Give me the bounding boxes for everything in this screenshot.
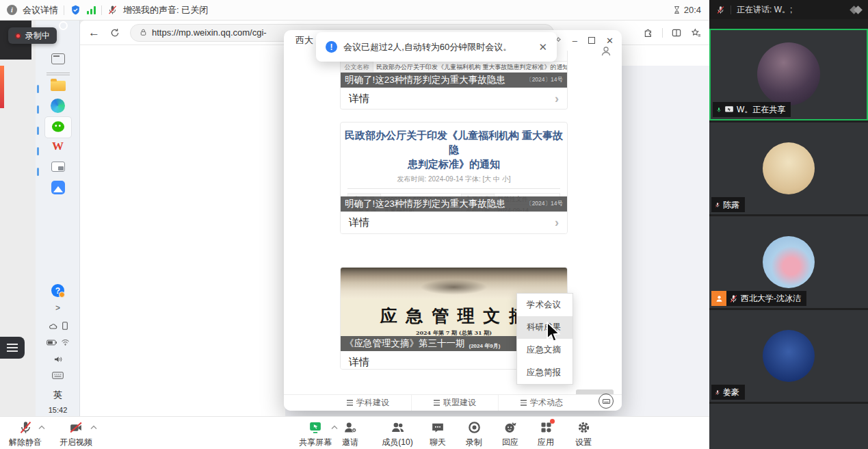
reaction-icon: [503, 420, 518, 435]
tray-battery-wifi-icons[interactable]: [36, 339, 80, 346]
speaking-status: 正在讲话: W。;: [737, 4, 792, 16]
ring-decoration: [59, 21, 68, 30]
invite-icon: [343, 420, 358, 435]
windows-taskbar: W ? > 英 15:42星期一2024/10/7: [36, 21, 80, 449]
list-icon: [521, 400, 527, 406]
record-icon: [467, 420, 482, 435]
mic-muted-icon: [107, 5, 118, 15]
article-card-notice[interactable]: 民政部办公厅关于印发《儿童福利机构 重大事故隐患判定标准》的通知 发布时间: 2…: [340, 122, 568, 234]
mic-muted-icon: [729, 294, 738, 303]
screen-share-icon: [308, 420, 323, 435]
wps-app-icon[interactable]: W: [36, 140, 80, 153]
image-caption-overlay: 明确了!这23种情形判定为重大事故隐患〔2024〕14号: [341, 196, 567, 211]
participant-tile[interactable]: 西北大学-沈冰洁: [709, 216, 868, 308]
participant-tile[interactable]: 纪元: [709, 404, 868, 449]
network-signal-icon: [87, 6, 96, 14]
participant-name-chip: 西北大学-沈冰洁: [711, 291, 806, 306]
split-screen-icon[interactable]: [671, 27, 682, 38]
voice-enhance-status[interactable]: 增强我的声音: 已关闭: [123, 4, 208, 16]
meeting-timer: 20:4: [672, 5, 702, 15]
lock-icon: [139, 28, 148, 37]
detail-link[interactable]: 详情›: [341, 211, 567, 233]
screen-share-icon: [724, 105, 734, 114]
mic-muted-icon: [18, 420, 33, 435]
background-window-edge: [0, 66, 4, 108]
mic-muted-icon: [711, 201, 720, 209]
participant-name-chip: 姜豪: [711, 385, 745, 400]
participant-tile[interactable]: 姜豪: [709, 310, 868, 402]
close-icon[interactable]: ✕: [606, 36, 614, 45]
chat-icon: [430, 420, 445, 435]
meeting-topbar: i 会议详情 增强我的声音: 已关闭 20:4: [0, 0, 709, 21]
settings-button[interactable]: 设置: [560, 420, 607, 448]
mic-muted-icon: [711, 388, 720, 397]
tab-academic-news[interactable]: 学术动态: [498, 395, 585, 411]
meeting-details-button[interactable]: 会议详情: [23, 4, 58, 16]
reload-icon[interactable]: [109, 27, 120, 38]
tray-keyboard-icon[interactable]: [36, 372, 80, 379]
task-view-icon[interactable]: [36, 53, 80, 64]
record-dot-icon: [15, 33, 21, 39]
info-icon: i: [7, 5, 17, 15]
wechat-app-icon[interactable]: [36, 116, 80, 138]
chevron-up-icon[interactable]: [90, 425, 97, 430]
divider: [731, 5, 731, 14]
keyboard-toggle-icon[interactable]: [599, 394, 614, 409]
logo-diamonds-icon: [851, 7, 861, 13]
divider: [64, 5, 64, 15]
info-icon: !: [326, 41, 337, 53]
tray-cloud-phone-icons[interactable]: [36, 322, 80, 330]
recording-label: 录制中: [25, 30, 50, 42]
notification-dot: [550, 419, 555, 424]
minimize-icon[interactable]: –: [573, 36, 577, 45]
tray-volume-icon[interactable]: [36, 355, 80, 363]
edge-browser-icon[interactable]: [36, 99, 80, 113]
account-person-icon[interactable]: [600, 45, 612, 57]
help-icon[interactable]: ?: [36, 284, 80, 297]
menu-item-emergency-brief[interactable]: 应急简报: [517, 361, 573, 384]
tab-discipline[interactable]: 学科建设: [325, 395, 411, 411]
divider: [101, 5, 102, 15]
menu-item-academic-meeting[interactable]: 学术会议: [517, 294, 573, 316]
participant-name-chip: W。正在共享: [713, 102, 791, 117]
invite-button[interactable]: 邀请: [326, 420, 374, 448]
back-icon[interactable]: ←: [88, 26, 100, 40]
tab-alliance[interactable]: 联盟建设: [411, 395, 498, 411]
chevron-right-icon: ›: [555, 92, 559, 106]
chevron-up-icon[interactable]: [38, 425, 45, 430]
divider: [347, 188, 560, 189]
camera-muted-icon: [68, 420, 83, 435]
mouse-cursor: [545, 322, 563, 344]
participant-tile[interactable]: 陈露: [709, 123, 868, 214]
article-window-tabbar: 学科建设 联盟建设 学术动态: [284, 394, 622, 411]
divider: [662, 28, 663, 38]
detail-link[interactable]: 详情›: [341, 88, 567, 110]
tray-expand-icon[interactable]: >: [36, 303, 80, 313]
meeting-toast: ! 会议已超过2人,自动转为60分钟限时会议。 ✕: [316, 32, 557, 62]
avatar: [763, 330, 815, 382]
article-meta: 发布时间: 2024-09-14 字体: [大 中 小]: [341, 175, 567, 184]
extensions-icon[interactable]: [643, 27, 654, 38]
cloud-drive-icon[interactable]: [36, 181, 80, 194]
maximize-icon[interactable]: [588, 37, 595, 44]
favorites-icon[interactable]: [690, 27, 701, 38]
participants-panel: 正在讲话: W。; W。正在共享 陈露 西北大学-沈冰洁: [709, 0, 868, 449]
taskbar-divider: [36, 73, 80, 75]
list-icon: [434, 400, 440, 406]
article-window-title: 西大: [295, 34, 313, 47]
participant-tile[interactable]: W。正在共享: [709, 29, 868, 120]
recording-indicator: 录制中: [8, 27, 57, 44]
sidebar-toggle-button[interactable]: [0, 337, 25, 359]
gov-table-row: 公文名称民政部办公厅关于印发《儿童福利机构 重大事故隐患判定标准》的通知: [341, 62, 567, 73]
close-icon[interactable]: ✕: [538, 41, 547, 53]
hourglass-icon: [672, 5, 681, 14]
pip-window-icon[interactable]: [36, 162, 80, 172]
chevron-right-icon: ›: [555, 216, 559, 230]
url-text: https://mp.weixin.qq.com/cgi-: [152, 27, 267, 38]
members-icon: [390, 420, 406, 435]
input-language-indicator[interactable]: 英: [36, 389, 80, 401]
participant-name-chip: 陈露: [711, 197, 745, 212]
file-explorer-icon[interactable]: [36, 81, 80, 91]
shield-icon[interactable]: [70, 4, 81, 16]
gear-icon: [577, 420, 591, 435]
